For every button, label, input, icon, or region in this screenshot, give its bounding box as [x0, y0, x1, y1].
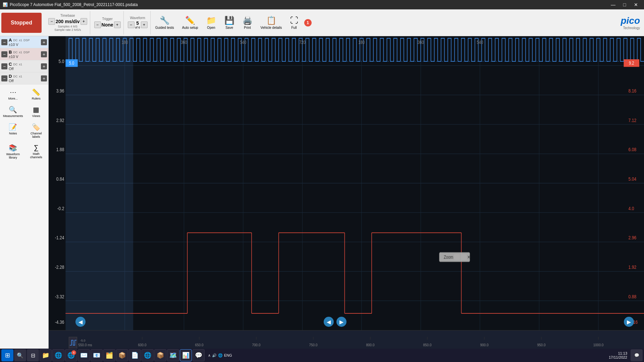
- maximize-button[interactable]: □: [619, 1, 630, 9]
- waveform-library-button[interactable]: 📚 Waveform library: [1, 141, 25, 162]
- svg-text:0.88: 0.88: [629, 294, 637, 300]
- taskbar-chat[interactable]: 💬: [193, 349, 205, 361]
- svg-text:-1.24: -1.24: [55, 235, 64, 241]
- x-axis-svg: 550.0 ms 600.0 650.0 700.0 750.0 800.0 8…: [78, 337, 629, 349]
- print-button[interactable]: 🖨️ Print: [239, 14, 256, 31]
- waveform-value: 5: [135, 20, 140, 26]
- svg-text:✕: ✕: [467, 255, 471, 260]
- nav-right-arrow[interactable]: ▶: [624, 317, 634, 327]
- taskbar: ⊞ 🔍 ⊟ 📁 🌐 🌐 6 ✉️ 📧 🗂️ 📦 📄 🌐 📦 🗺️ 📊 💬 ∧ 🔊…: [0, 349, 644, 362]
- taskbar-app4[interactable]: 📦: [154, 349, 166, 361]
- timebase-label: Timebase: [60, 14, 75, 17]
- svg-rect-67: [454, 254, 460, 260]
- trigger-decrease[interactable]: −: [94, 21, 101, 28]
- x-axis-area: 550.0 ms 600.0 650.0 700.0 750.0 800.0 8…: [49, 330, 644, 349]
- channel-a-minus[interactable]: −: [1, 39, 7, 45]
- search-button[interactable]: 🔍: [14, 349, 26, 361]
- channel-a-plus[interactable]: +: [41, 39, 47, 45]
- math-channels-label: Math channels: [27, 152, 45, 159]
- taskbar-app3[interactable]: 🌐: [142, 349, 154, 361]
- vehicle-details-label: Vehicle details: [261, 26, 282, 29]
- taskbar-maps[interactable]: 🗺️: [167, 349, 179, 361]
- trigger-increase[interactable]: +: [114, 21, 121, 28]
- svg-text:0.84: 0.84: [56, 176, 64, 182]
- channel-c-minus[interactable]: −: [1, 63, 7, 69]
- vehicle-details-button[interactable]: 📋 Vehicle details: [257, 14, 285, 31]
- show-hidden-icon[interactable]: ∧: [208, 353, 211, 358]
- auto-setup-icon: ✏️: [185, 16, 195, 25]
- guided-tests-button[interactable]: 🔧 Guided tests: [152, 14, 177, 31]
- nav-center-right-arrow[interactable]: ▶: [336, 317, 346, 327]
- channel-labels-icon: 🏷️: [32, 123, 40, 131]
- notes-icon: 📝: [9, 123, 17, 131]
- channel-labels-button[interactable]: 🏷️ Channel labels: [25, 121, 47, 141]
- channel-d-minus[interactable]: −: [1, 75, 7, 81]
- waveform-decrease[interactable]: −: [128, 21, 135, 28]
- open-button[interactable]: 📁 Open: [203, 14, 220, 31]
- views-button[interactable]: ▦ Views: [25, 103, 47, 120]
- taskbar-browser1[interactable]: 🌐: [52, 349, 64, 361]
- taskbar-outlook[interactable]: 📧: [91, 349, 103, 361]
- stopped-button[interactable]: Stopped: [1, 13, 42, 33]
- waveform-increase[interactable]: +: [141, 21, 148, 28]
- full-icon: ⛶: [290, 16, 298, 25]
- system-tray: ∧ 🔊 🌐 ENG: [205, 353, 235, 358]
- taskbar-browser2[interactable]: 🌐 6: [65, 349, 77, 361]
- nav-center-left-arrow[interactable]: ◀: [324, 317, 334, 327]
- notifications-button[interactable]: 💬: [631, 349, 643, 361]
- channel-c-name: C: [9, 62, 12, 67]
- measurements-label: Measurements: [3, 114, 23, 118]
- notes-button[interactable]: 📝 Notes: [1, 121, 25, 141]
- auto-setup-button[interactable]: ✏️ Auto setup: [179, 14, 202, 31]
- oscilloscope-display[interactable]: 5.0 3.96 2.92 1.88 0.84 -0.2 -1.24 -2.28…: [49, 36, 644, 330]
- channel-d-name: D: [9, 74, 12, 79]
- window-controls: — □ ✕: [608, 1, 641, 9]
- more-button[interactable]: ⋯ More...: [1, 86, 25, 103]
- task-view-button[interactable]: ⊟: [27, 349, 39, 361]
- taskbar-app2[interactable]: 📦: [116, 349, 128, 361]
- window-title: PicoScope 7 Automotive Fiat_500_2008_Pet…: [10, 2, 138, 7]
- channel-d-item: − D DC x1 Off +: [0, 72, 48, 84]
- nav-left-arrow[interactable]: ◀: [75, 317, 86, 327]
- start-button[interactable]: ⊞: [1, 349, 13, 361]
- taskbar-acrobat[interactable]: 📄: [129, 349, 141, 361]
- channel-c-plus[interactable]: +: [41, 63, 47, 69]
- svg-text:600.0: 600.0: [138, 343, 146, 347]
- taskbar-picoscope[interactable]: 📊: [180, 349, 192, 361]
- svg-text:9.2: 9.2: [629, 61, 634, 66]
- taskbar-files[interactable]: 📁: [40, 349, 52, 361]
- volume-icon: 🔊: [212, 353, 217, 358]
- timebase-decrease[interactable]: −: [48, 18, 55, 25]
- taskbar-app1[interactable]: 🗂️: [103, 349, 115, 361]
- channel-d-plus[interactable]: +: [41, 75, 47, 81]
- channel-b-minus[interactable]: −: [1, 51, 7, 57]
- channel-a-dc: DC x1 DSP: [13, 39, 30, 42]
- title-bar: 📊 PicoScope 7 Automotive Fiat_500_2008_P…: [0, 0, 644, 9]
- notification-badge[interactable]: 1: [304, 19, 312, 26]
- save-button[interactable]: 💾 Save: [221, 14, 238, 31]
- timebase-increase[interactable]: +: [80, 18, 87, 25]
- auto-setup-label: Auto setup: [182, 26, 198, 29]
- channel-b-name: B: [9, 50, 12, 55]
- trigger-value: None: [102, 22, 113, 27]
- channel-a-range: ±10 V: [9, 43, 41, 47]
- svg-text:2.92: 2.92: [56, 117, 64, 123]
- rulers-label: Rulers: [32, 97, 41, 100]
- sample-rate-label: Sample rate 2 MS/s: [54, 28, 81, 32]
- taskbar-mail[interactable]: ✉️: [78, 349, 90, 361]
- svg-text:850.0: 850.0: [423, 343, 431, 347]
- channel-b-plus[interactable]: +: [41, 51, 47, 57]
- full-button[interactable]: ⛶ Full: [287, 14, 302, 31]
- svg-text:-4.36: -4.36: [55, 319, 64, 325]
- minimize-button[interactable]: —: [608, 1, 619, 9]
- close-button[interactable]: ✕: [631, 1, 641, 9]
- date-display: 17/11/2022: [609, 355, 627, 359]
- svg-text:7.12: 7.12: [629, 117, 637, 123]
- rulers-button[interactable]: 📏 Rulers: [25, 86, 47, 103]
- clock[interactable]: 11:13 17/11/2022: [609, 351, 630, 359]
- math-channels-button[interactable]: ∑ Math channels: [25, 141, 47, 162]
- svg-text:1000.0: 1000.0: [593, 343, 604, 347]
- measurements-button[interactable]: 🔍 Measurements: [1, 103, 25, 120]
- svg-text:Zoom: Zoom: [444, 255, 453, 260]
- waveform-library-label: Waveform library: [3, 153, 23, 159]
